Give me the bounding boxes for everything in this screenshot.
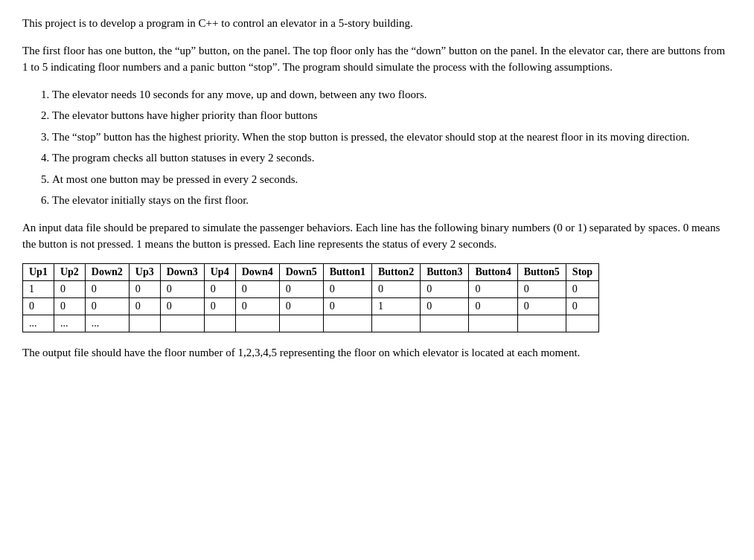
table-header-cell: Stop: [566, 263, 598, 280]
table-cell: 0: [160, 297, 204, 315]
table-header-cell: Button1: [323, 263, 371, 280]
table-cell: 0: [421, 297, 469, 315]
table-cell: 0: [421, 280, 469, 297]
table-header-cell: Button3: [421, 263, 469, 280]
table-cell: 0: [371, 280, 420, 297]
table-cell: [421, 315, 469, 332]
table-header-cell: Button4: [469, 263, 517, 280]
table-cell: 0: [129, 297, 160, 315]
table-cell: 0: [566, 280, 598, 297]
table-header-row: Up1Up2Down2Up3Down3Up4Down4Down5Button1B…: [23, 263, 599, 280]
table-cell: 0: [469, 297, 517, 315]
table-cell: [279, 315, 323, 332]
intro-paragraph-2: The first floor has one button, the “up”…: [22, 42, 732, 76]
input-table-container: Up1Up2Down2Up3Down3Up4Down4Down5Button1B…: [22, 263, 732, 332]
table-cell: 0: [23, 297, 54, 315]
table-cell: 0: [160, 280, 204, 297]
table-cell: 0: [204, 297, 235, 315]
table-cell: ...: [23, 315, 54, 332]
table-cell: 0: [517, 280, 566, 297]
table-cell: 0: [204, 280, 235, 297]
table-cell: 0: [54, 280, 85, 297]
table-header-cell: Button5: [517, 263, 566, 280]
list-item-6: The elevator initially stays on the firs…: [52, 192, 732, 209]
list-item-4: The program checks all button statuses i…: [52, 149, 732, 167]
table-header-cell: Down5: [279, 263, 323, 280]
table-cell: [235, 315, 279, 332]
table-cell: [566, 315, 598, 332]
table-header-cell: Up3: [129, 263, 160, 280]
table-header-cell: Up2: [54, 263, 85, 280]
table-cell: 0: [323, 297, 371, 315]
input-table: Up1Up2Down2Up3Down3Up4Down4Down5Button1B…: [22, 263, 599, 332]
table-row: 00000000010000: [23, 297, 599, 315]
table-cell: 0: [235, 297, 279, 315]
table-row: .........: [23, 315, 599, 332]
main-content: This project is to develop a program in …: [22, 15, 732, 361]
list-item-1: The elevator needs 10 seconds for any mo…: [52, 86, 732, 103]
table-cell: ...: [54, 315, 85, 332]
table-cell: 0: [566, 297, 598, 315]
table-cell: 1: [371, 297, 420, 315]
table-header-cell: Down3: [160, 263, 204, 280]
table-cell: [517, 315, 566, 332]
table-cell: [204, 315, 235, 332]
assumptions-list: The elevator needs 10 seconds for any mo…: [52, 86, 732, 209]
list-item-3: The “stop” button has the highest priori…: [52, 129, 732, 146]
table-header-cell: Button2: [371, 263, 420, 280]
table-header-cell: Down2: [85, 263, 129, 280]
table-cell: 0: [279, 297, 323, 315]
output-description: The output file should have the floor nu…: [22, 344, 732, 361]
table-cell: ...: [85, 315, 129, 332]
table-cell: 1: [23, 280, 54, 297]
table-cell: [129, 315, 160, 332]
table-cell: [371, 315, 420, 332]
table-cell: 0: [517, 297, 566, 315]
table-cell: 0: [54, 297, 85, 315]
input-description: An input data file should be prepared to…: [22, 219, 732, 253]
table-body: 1000000000000000000000010000.........: [23, 280, 599, 332]
list-item-2: The elevator buttons have higher priorit…: [52, 107, 732, 124]
table-header-cell: Up1: [23, 263, 54, 280]
table-row: 10000000000000: [23, 280, 599, 297]
table-cell: [469, 315, 517, 332]
table-cell: 0: [129, 280, 160, 297]
table-header-cell: Down4: [235, 263, 279, 280]
table-cell: 0: [85, 280, 129, 297]
intro-paragraph-1: This project is to develop a program in …: [22, 15, 732, 32]
table-cell: 0: [279, 280, 323, 297]
list-item-5: At most one button may be pressed in eve…: [52, 171, 732, 188]
table-cell: 0: [323, 280, 371, 297]
table-cell: 0: [235, 280, 279, 297]
table-header-cell: Up4: [204, 263, 235, 280]
table-cell: [160, 315, 204, 332]
table-cell: 0: [469, 280, 517, 297]
table-cell: [323, 315, 371, 332]
table-cell: 0: [85, 297, 129, 315]
